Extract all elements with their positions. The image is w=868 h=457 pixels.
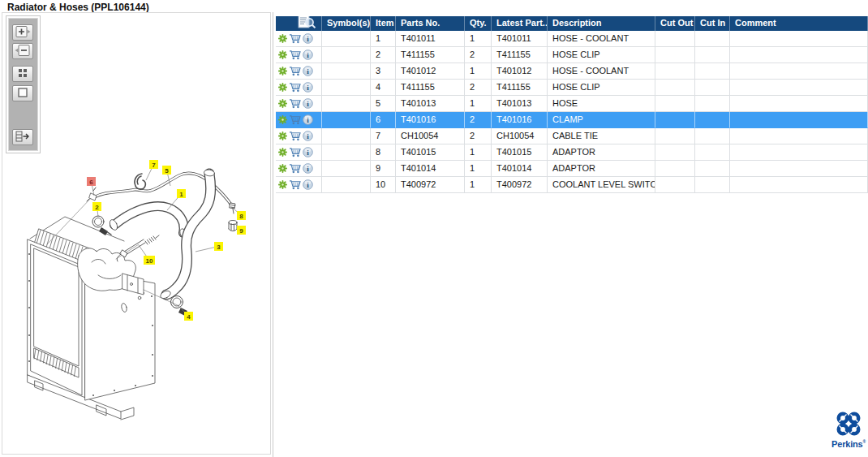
cell-comment — [730, 177, 868, 193]
column-header-symbol-s[interactable]: Symbol(s) — [322, 16, 371, 31]
column-header-item[interactable]: Item — [371, 16, 396, 31]
cell-comment — [730, 128, 868, 144]
cell-cut-in — [695, 63, 730, 80]
cell-item: 2 — [371, 47, 396, 63]
fit-page-button[interactable] — [12, 85, 33, 101]
cell-qty: 1 — [465, 31, 492, 47]
info-icon[interactable]: i — [303, 114, 313, 125]
fitting-9 — [229, 221, 237, 231]
column-header-parts-no[interactable]: Parts No. — [396, 16, 465, 31]
info-icon[interactable]: i — [303, 147, 313, 157]
settings-icon[interactable] — [278, 99, 287, 108]
column-header-latest-part[interactable]: Latest Part... — [492, 16, 548, 31]
panel-arrow-icon — [15, 130, 31, 145]
column-header-description[interactable]: Description — [548, 16, 655, 31]
cell-qty: 2 — [465, 112, 492, 128]
cart-icon[interactable] — [289, 82, 301, 93]
table-row-item-1[interactable]: i1T4010111T401011HOSE - COOLANT — [276, 31, 868, 47]
tile-grid-icon — [16, 67, 29, 82]
cart-icon[interactable] — [289, 66, 301, 76]
settings-icon[interactable] — [278, 83, 287, 92]
zoom-out-button[interactable] — [12, 43, 33, 59]
callout-10[interactable]: 10 — [144, 256, 155, 265]
column-header-icons[interactable] — [276, 16, 322, 31]
column-header-comment[interactable]: Comment — [730, 16, 868, 31]
cell-symbols — [322, 177, 371, 193]
toggle-panel-button[interactable] — [12, 129, 33, 145]
cell-cut-out — [655, 47, 695, 63]
cell-comment — [730, 144, 868, 161]
column-header-cut-out[interactable]: Cut Out — [655, 16, 695, 31]
callout-6[interactable]: 6 — [87, 177, 96, 186]
info-icon[interactable]: i — [303, 179, 313, 190]
info-icon[interactable]: i — [303, 163, 313, 174]
callout-8[interactable]: 8 — [237, 211, 246, 220]
cell-parts-no: T401013 — [396, 96, 465, 112]
table-row-item-6[interactable]: i6T4010162T401016CLAMP — [276, 112, 868, 128]
cart-icon[interactable] — [289, 179, 301, 190]
table-row-item-10[interactable]: i10T4009721T400972COOLANT LEVEL SWITCH — [276, 177, 868, 193]
row-actions: i — [276, 96, 322, 112]
cart-icon[interactable] — [289, 33, 301, 44]
cart-icon[interactable] — [289, 163, 301, 174]
cart-icon[interactable] — [289, 50, 301, 60]
callout-1[interactable]: 1 — [177, 189, 186, 198]
callout-9[interactable]: 9 — [237, 226, 246, 235]
cell-parts-no: T411155 — [396, 47, 465, 63]
cell-parts-no: T401011 — [396, 31, 465, 47]
settings-icon[interactable] — [278, 115, 287, 124]
info-icon[interactable]: i — [303, 98, 313, 109]
table-row-item-4[interactable]: i4T4111552T411155HOSE CLIP — [276, 80, 868, 96]
info-icon[interactable]: i — [303, 131, 313, 141]
preview-icon — [297, 16, 316, 31]
table-row-item-8[interactable]: i8T4010151T401015ADAPTOR — [276, 144, 868, 161]
cell-item: 6 — [371, 112, 396, 128]
cart-icon[interactable] — [289, 147, 301, 157]
svg-text:9: 9 — [239, 227, 243, 235]
info-icon[interactable]: i — [303, 82, 313, 93]
svg-text:10: 10 — [146, 257, 153, 265]
settings-icon[interactable] — [278, 50, 287, 59]
table-row-item-3[interactable]: i3T4010121T401012HOSE - COOLANT — [276, 63, 868, 80]
svg-text:4: 4 — [187, 313, 191, 321]
diagram-pane: 75612893104 — [2, 12, 271, 455]
row-actions: i — [276, 144, 322, 161]
cart-icon[interactable] — [289, 98, 301, 109]
table-row-item-7[interactable]: i7CH100542CH10054CABLE TIE — [276, 128, 868, 144]
table-row-item-5[interactable]: i5T4010131T401013HOSE — [276, 96, 868, 112]
svg-text:8: 8 — [239, 213, 243, 220]
cell-symbols — [322, 31, 371, 47]
settings-icon[interactable] — [278, 180, 287, 189]
cell-item: 4 — [371, 80, 396, 96]
info-icon[interactable]: i — [303, 33, 313, 44]
settings-icon[interactable] — [278, 148, 287, 157]
cell-description: HOSE — [548, 96, 655, 112]
callout-5[interactable]: 5 — [162, 166, 171, 175]
cell-symbols — [322, 112, 371, 128]
cart-icon[interactable] — [289, 114, 301, 125]
pane-splitter[interactable] — [273, 12, 273, 457]
settings-icon[interactable] — [278, 67, 287, 75]
cell-item: 1 — [371, 31, 396, 47]
tile-view-button[interactable] — [12, 66, 33, 82]
cell-latest-part: T411155 — [492, 47, 548, 63]
table-row-item-2[interactable]: i2T4111552T411155HOSE CLIP — [276, 47, 868, 63]
info-icon[interactable]: i — [303, 50, 313, 60]
table-row-item-9[interactable]: i9T4010141T401014ADAPTOR — [276, 161, 868, 177]
column-header-cut-in[interactable]: Cut In — [695, 16, 730, 31]
cell-cut-in — [695, 161, 730, 177]
callout-4[interactable]: 4 — [184, 312, 193, 321]
callout-3[interactable]: 3 — [214, 242, 223, 251]
info-icon[interactable]: i — [303, 66, 313, 76]
zoom-in-button[interactable] — [12, 24, 33, 41]
cell-cut-out — [655, 80, 695, 96]
column-header-qty[interactable]: Qty. — [465, 16, 492, 31]
cell-description: ADAPTOR — [548, 161, 655, 177]
settings-icon[interactable] — [278, 34, 287, 43]
callout-2[interactable]: 2 — [92, 202, 101, 211]
settings-icon[interactable] — [278, 164, 287, 173]
cart-icon[interactable] — [289, 131, 301, 141]
cell-item: 9 — [371, 161, 396, 177]
callout-7[interactable]: 7 — [149, 160, 158, 169]
settings-icon[interactable] — [278, 131, 287, 140]
